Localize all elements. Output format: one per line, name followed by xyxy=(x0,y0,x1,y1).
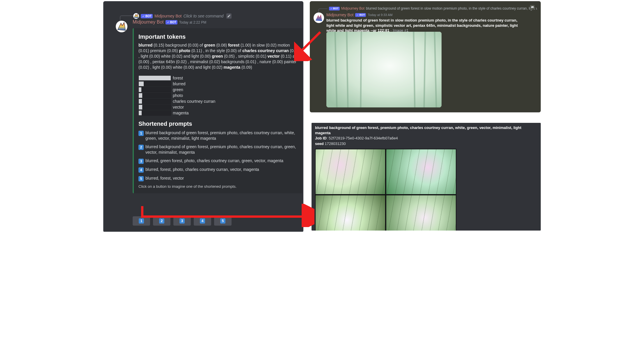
chart-label: green xyxy=(173,87,183,92)
reply-reference[interactable]: BOT Midjourney Bot Click to see command xyxy=(133,13,232,19)
edit-icon[interactable] xyxy=(226,13,232,19)
section-title-tokens: Important tokens xyxy=(138,33,301,40)
shortened-prompt-text: blurred background of green forest, prem… xyxy=(145,144,301,155)
seed-value: 1728031230 xyxy=(325,141,346,146)
job-id-value: 52f72819-75e0-4302-9a7f-634efb07a6e4 xyxy=(329,136,398,140)
embed-card: Important tokens blurred (0.15) backgrou… xyxy=(133,28,303,193)
message-timestamp: Today at 2:22 PM xyxy=(179,20,206,24)
result-text: blurred background of green forest, prem… xyxy=(312,123,541,148)
chart-row: forest xyxy=(138,75,301,81)
annotation-arrow-bottom xyxy=(140,204,314,227)
bot-badge: BOT xyxy=(355,13,366,17)
chart-label: charles courtney curran xyxy=(173,99,215,104)
chart-row: photo xyxy=(138,93,301,98)
seed-label: seed xyxy=(315,141,324,146)
grid-image-2[interactable] xyxy=(386,149,456,194)
image-icon[interactable] xyxy=(530,5,535,10)
check-icon xyxy=(356,14,359,16)
annotation-arrow-top xyxy=(294,29,323,61)
token-weight-chart: forestblurredgreenphotocharles courtney … xyxy=(138,75,301,116)
grid-image-3[interactable] xyxy=(316,195,385,231)
bot-badge: BOT xyxy=(166,20,177,24)
message-header: Midjourney Bot BOT Today at 9:33 AM xyxy=(326,13,392,17)
shortened-prompt-text: blurred, green forest, photo, charles co… xyxy=(145,158,283,164)
chart-label: magenta xyxy=(173,111,188,115)
midjourney-avatar[interactable] xyxy=(116,21,127,32)
chart-row: vector xyxy=(138,104,301,110)
chart-row: blurred xyxy=(138,81,301,87)
reply-reference[interactable]: BOT Midjourney Bot blurred background of… xyxy=(328,6,537,11)
message-author[interactable]: Midjourney Bot xyxy=(133,20,164,25)
chart-row: magenta xyxy=(138,110,301,116)
job-id-label: Job ID xyxy=(315,136,327,140)
shortened-prompt-text: blurred, forest, vector xyxy=(145,176,184,181)
shortened-prompt-row: 5blurred, forest, vector xyxy=(138,176,301,181)
message-timestamp: Today at 9:33 AM xyxy=(368,13,392,17)
number-badge-icon: 2 xyxy=(138,145,144,150)
number-badge-icon: 4 xyxy=(138,167,144,173)
prompt-text: blurred background of green forest, prem… xyxy=(315,125,521,135)
chart-label: photo xyxy=(173,93,183,98)
section-title-shortened: Shortened prompts xyxy=(138,121,301,127)
top-right-discord-panel: BOT Midjourney Bot blurred background of… xyxy=(310,1,541,112)
chart-label: blurred xyxy=(173,82,186,86)
shortened-prompt-row: 1blurred background of green forest, pre… xyxy=(138,130,301,141)
reply-author[interactable]: Midjourney Bot xyxy=(154,14,182,18)
shortened-prompt-row: 3blurred, green forest, photo, charles c… xyxy=(138,158,301,164)
reply-author: Midjourney Bot xyxy=(341,6,364,10)
check-icon xyxy=(330,7,332,10)
shortened-prompts-list: 1blurred background of green forest, pre… xyxy=(138,130,301,181)
generated-image[interactable] xyxy=(326,32,442,107)
reply-preview-text: blurred background of green forest in sl… xyxy=(366,6,537,10)
chart-row: charles courtney curran xyxy=(138,98,301,104)
number-badge-icon: 5 xyxy=(138,176,144,181)
shortened-prompt-row: 4blurred, forest, photo, charles courtne… xyxy=(138,167,301,173)
grid-image-4[interactable] xyxy=(386,195,456,231)
chart-row: green xyxy=(138,87,301,93)
bot-badge: BOT xyxy=(329,7,340,10)
check-icon xyxy=(142,15,145,17)
svg-line-7 xyxy=(298,32,320,55)
message-author[interactable]: Midjourney Bot xyxy=(326,13,353,17)
bottom-right-discord-panel: blurred background of green forest, prem… xyxy=(312,123,541,231)
prompt-text: blurred background of green forest in sl… xyxy=(326,18,518,33)
bot-badge: BOT xyxy=(141,14,153,18)
shortened-prompt-text: blurred background of green forest, prem… xyxy=(145,130,301,141)
midjourney-avatar[interactable] xyxy=(314,13,324,23)
image-grid[interactable] xyxy=(315,149,456,231)
number-badge-icon: 1 xyxy=(138,131,144,136)
chart-label: vector xyxy=(173,105,184,109)
left-discord-panel: BOT Midjourney Bot Click to see command … xyxy=(103,1,303,232)
message-header: Midjourney Bot BOT Today at 2:22 PM xyxy=(133,20,206,25)
svg-line-3 xyxy=(361,32,361,107)
chart-label: forest xyxy=(173,76,183,80)
check-icon xyxy=(167,21,170,24)
token-paragraph: blurred (0.15) background (0.03) of gree… xyxy=(138,43,301,70)
shortened-prompt-text: blurred, forest, photo, charles courtney… xyxy=(145,167,259,173)
midjourney-avatar-small xyxy=(133,13,139,19)
number-badge-icon: 3 xyxy=(138,159,144,164)
shortened-prompt-row: 2blurred background of green forest, pre… xyxy=(138,144,301,155)
reply-command-hint[interactable]: Click to see command xyxy=(184,14,224,18)
grid-image-1[interactable] xyxy=(316,149,385,194)
embed-hint: Click on a button to imagine one of the … xyxy=(138,184,301,189)
